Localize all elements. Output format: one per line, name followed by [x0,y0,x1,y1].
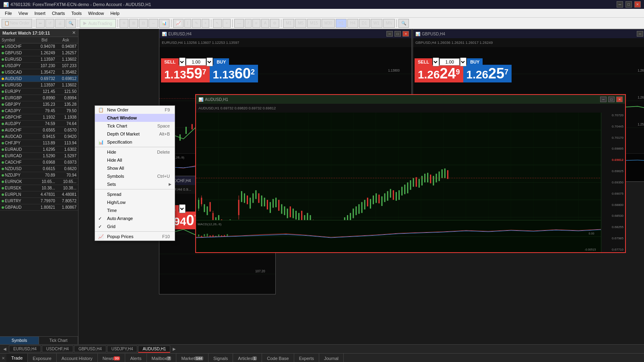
menu-help[interactable]: Help [107,10,123,16]
term-tab-mailbox[interactable]: Mailbox 7 [147,354,177,362]
toolbar-btn-4[interactable]: 🔍 [66,19,76,28]
mw-row-eurusd-2[interactable]: EURUSD 1.13597 1.13602 [0,56,78,63]
ctx-auto-arrange[interactable]: ✓ Auto Arrange [95,214,175,222]
chart-tab-gbpusd[interactable]: GBPUSD,H4 [74,346,106,352]
chart-tabs-arrow-right[interactable]: ▶ [171,347,178,351]
chart-tab-usdjpy[interactable]: USDJPY,H4 [107,346,138,352]
mw-row-eurusd-6[interactable]: EURUSD 1.13597 1.13602 [0,82,78,88]
term-tab-codebase[interactable]: Code Base [262,354,294,362]
trendline-btn[interactable]: / [245,19,252,28]
term-tab-experts[interactable]: Experts [294,354,319,362]
fib-btn[interactable]: ≡ [252,19,260,28]
d1-btn[interactable]: D1 [359,19,370,28]
market-watch-close[interactable]: ✕ [72,30,76,35]
mw-row-eurtry-24[interactable]: EURTRY 7.79970 7.80572 [0,198,78,204]
chart-type-btn[interactable]: 📊 [159,19,169,28]
mw-row-cadjpy-10[interactable]: CADJPY 79.45 79.50 [0,108,78,114]
crosshair-btn[interactable]: ✛ [120,19,128,28]
mw-row-gbpjpy-9[interactable]: GBPJPY 135.23 135.28 [0,101,78,108]
menu-insert[interactable]: Insert [31,10,49,16]
mw-row-usdchf-0[interactable]: USDCHF 0.94078 0.94087 [0,43,78,50]
mw-row-eursek-22[interactable]: EURSEK 10.38... 10.38... [0,185,78,191]
mw-row-gbpchf-11[interactable]: GBPCHF 1.1932 1.1938 [0,114,78,121]
term-tab-account-history[interactable]: Account History [57,354,98,362]
w1-btn[interactable]: W1 [371,19,382,28]
plus-btn[interactable]: + [223,19,231,28]
mw-row-eurpln-23[interactable]: EURPLN 4.47831 4.48081 [0,191,78,198]
cursor-btn[interactable]: ↖ [213,19,222,28]
chart-tabs-arrow-left[interactable]: ◀ [2,347,8,351]
term-tab-exposure[interactable]: Exposure [28,354,56,362]
minimize-button[interactable]: ─ [617,1,623,8]
h1-btn[interactable]: H1 [336,19,347,28]
chart-tab-eurusd[interactable]: EURUSD,H4 [9,346,41,352]
zoom-out-btn[interactable]: ⊟ [139,19,148,28]
eurusd-buy-arrow[interactable]: ▼ [206,58,213,66]
menu-window[interactable]: Window [85,10,107,16]
indicator-btn[interactable]: 📈 [173,19,184,28]
text-btn[interactable]: A [261,19,270,28]
term-tab-alerts[interactable]: Alerts [125,354,147,362]
new-order-button[interactable]: 📋 New Order [2,19,32,28]
eurusd-sell-arrow[interactable]: ▼ [179,58,186,66]
m5-btn[interactable]: M5 [295,19,306,28]
scroll-btn[interactable]: ↔ [149,19,158,28]
mw-row-eurcad-17[interactable]: EURCAD 1.5290 1.5297 [0,153,78,159]
ctx-spread[interactable]: Spread [95,190,175,198]
ctx-specification[interactable]: 📊 Specification [95,138,175,146]
mw-row-nzdjpy-20[interactable]: NZDJPY 70.89 70.94 [0,172,78,179]
m30-btn[interactable]: M30 [322,19,335,28]
usdchf-sell-arrow[interactable]: ▼ [179,204,186,213]
mw-row-eurgbp-8[interactable]: EURGBP 0.8990 0.8994 [0,95,78,101]
mw-tab-tick[interactable]: Tick Chart [39,337,78,344]
mw-row-nzdusd-19[interactable]: NZDUSD 0.6615 0.6620 [0,166,78,172]
chart-tab-audusd[interactable]: AUDUSD,H1 [138,346,170,353]
menu-tools[interactable]: Tools [68,10,85,16]
term-tab-articles[interactable]: Articles 1 [233,354,262,362]
eurusd-close[interactable]: ✕ [402,31,409,37]
toolbar-btn-1[interactable]: ⬅ [36,19,45,28]
ctx-sets[interactable]: Sets [95,180,175,188]
close-button[interactable]: ✕ [634,1,641,8]
mw-row-usdjpy-3[interactable]: USDJPY 107.230 107.233 [0,63,78,69]
eurusd-buy-button[interactable]: BUY [213,58,229,66]
mw-row-gbpaud-25[interactable]: GBPAUD 1.80821 1.80867 [0,204,78,211]
eurusd-lot-input[interactable] [186,58,206,66]
mw-tab-symbols[interactable]: Symbols [0,337,39,344]
gbpusd-min[interactable]: ─ [637,31,643,37]
gbpusd-sell-arrow[interactable]: ▼ [433,58,439,66]
m1-btn[interactable]: M1 [283,19,294,28]
search-btn[interactable]: 🔍 [398,19,409,28]
gbpusd-buy-arrow[interactable]: ▼ [460,58,466,66]
auto-trading-button[interactable]: ▶ AutoTrading [80,19,116,28]
ctx-high-low[interactable]: High/Low [95,198,175,206]
zoom-btn[interactable]: ⊞ [129,19,138,28]
mw-row-audjpy-12[interactable]: AUDJPY 74.59 74.64 [0,121,78,127]
eurusd-min[interactable]: ─ [386,31,393,37]
mw-row-audchf-13[interactable]: AUDCHF 0.6565 0.6570 [0,127,78,134]
line-btn[interactable]: — [234,19,244,28]
more-btn[interactable]: ⚙ [270,19,279,28]
gbpusd-sell-button[interactable]: SELL [415,58,432,66]
mw-row-eurnok-21[interactable]: EURNOK 10.65... 10.65... [0,179,78,185]
crosshair2-btn[interactable]: + [202,19,210,28]
mw-row-chfjpy-15[interactable]: CHFJPY 113.89 113.94 [0,140,78,146]
h4-btn[interactable]: H4 [347,19,358,28]
mw-row-gbpusd-1[interactable]: GBPUSD 1.26249 1.26257 [0,50,78,56]
ctx-depth-of-market[interactable]: Depth Of Market Alt+B [95,130,175,138]
audusd-max[interactable]: □ [608,97,615,102]
mw-row-euraud-16[interactable]: EURAUD 1.6295 1.6302 [0,146,78,153]
maximize-button[interactable]: □ [625,1,632,8]
term-tab-market[interactable]: Market 144 [176,354,208,362]
ctx-popup-prices[interactable]: 📈 Popup Prices F10 [95,232,175,241]
term-tab-signals[interactable]: Signals [208,354,233,362]
ctx-symbols[interactable]: Symbols Ctrl+U [95,172,175,180]
eurusd-sell-button[interactable]: SELL [161,58,179,66]
menu-view[interactable]: View [15,10,31,16]
ctx-show-all[interactable]: Show All [95,164,175,172]
audusd-body[interactable]: 10 Jun 2020 11 Jun 22:00 15 Jun 06:00 16… [196,113,625,252]
mw-row-usdcad-4[interactable]: USDCAD 1.35472 1.35482 [0,69,78,76]
toolbar-btn-3[interactable]: 🖨 [55,19,65,28]
drawing-btn[interactable]: ✎ [192,19,201,28]
menu-file[interactable]: File [2,10,15,16]
